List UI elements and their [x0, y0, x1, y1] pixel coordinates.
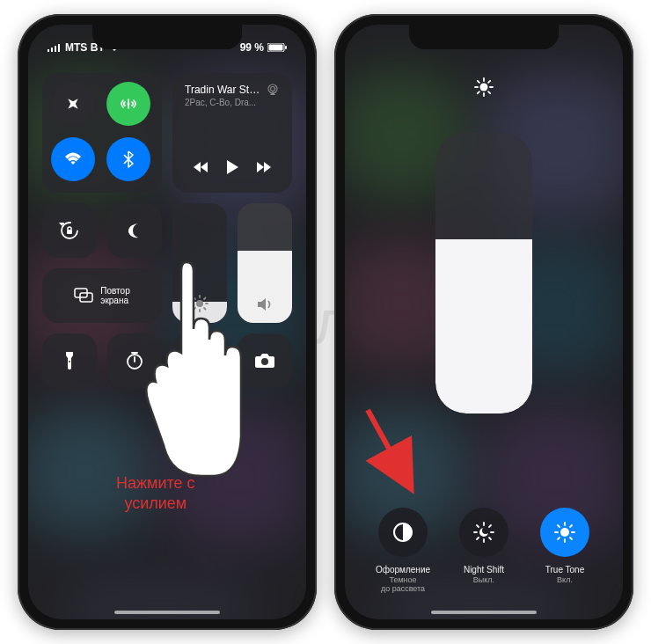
svg-line-53	[489, 525, 491, 527]
svg-line-42	[478, 91, 479, 93]
timer-button[interactable]	[107, 333, 162, 388]
music-tile[interactable]: Tradin War Stori... 2Pac, C-Bo, Dra...	[172, 73, 292, 193]
svg-line-20	[204, 308, 206, 310]
bluetooth-icon	[123, 150, 134, 168]
screen-mirror-icon	[74, 288, 93, 304]
appearance-label: Оформление	[376, 564, 430, 575]
svg-rect-3	[58, 44, 60, 52]
svg-point-34	[261, 358, 268, 365]
svg-point-7	[128, 103, 130, 106]
night-shift-sublabel: Выкл.	[464, 575, 504, 584]
wifi-button[interactable]	[51, 137, 95, 181]
svg-point-23	[69, 361, 70, 362]
control-center: Tradin War Stori... 2Pac, C-Bo, Dra...	[42, 73, 292, 399]
music-artist: 2Pac, C-Bo, Dra...	[185, 98, 264, 107]
calculator-icon	[190, 351, 209, 370]
volume-icon	[256, 296, 274, 312]
camera-icon	[254, 353, 275, 369]
svg-line-41	[488, 91, 490, 93]
svg-line-43	[488, 81, 490, 83]
appearance-button[interactable]	[378, 508, 428, 557]
prev-track-icon[interactable]	[192, 160, 211, 174]
big-brightness-fill	[435, 239, 532, 413]
connectivity-tile[interactable]	[42, 73, 162, 193]
svg-point-54	[482, 527, 489, 534]
svg-line-61	[570, 538, 572, 539]
svg-line-52	[477, 538, 479, 539]
brightness-panel: Оформление Темное до рассвета Night Shif…	[345, 25, 623, 619]
svg-line-51	[489, 538, 491, 539]
night-shift-label: Night Shift	[464, 564, 504, 575]
notch-right	[409, 25, 559, 49]
svg-line-21	[194, 308, 196, 310]
timer-icon	[125, 351, 144, 370]
phone-right: Оформление Темное до рассвета Night Shif…	[334, 14, 633, 630]
screen-left: MTS BY 99 %	[28, 25, 306, 619]
home-indicator-right	[431, 611, 537, 614]
svg-rect-2	[55, 46, 56, 52]
next-track-icon[interactable]	[253, 160, 273, 174]
svg-line-63	[570, 525, 572, 527]
bottom-controls: Оформление Темное до рассвета Night Shif…	[345, 508, 623, 593]
flashlight-button[interactable]	[42, 333, 97, 388]
calculator-button[interactable]	[172, 333, 227, 388]
svg-point-55	[560, 528, 569, 537]
cellular-button[interactable]	[106, 82, 150, 126]
airplay-icon[interactable]	[266, 84, 280, 96]
screen-right: Оформление Темное до рассвета Night Shif…	[345, 25, 623, 619]
svg-point-9	[271, 87, 275, 91]
music-title: Tradin War Stori...	[185, 84, 264, 96]
big-brightness-slider[interactable]	[435, 132, 532, 413]
home-indicator	[114, 611, 220, 614]
volume-slider[interactable]	[238, 203, 292, 323]
svg-rect-1	[51, 48, 53, 52]
signal-icon	[48, 43, 62, 52]
appearance-sublabel: Темное до рассвета	[376, 575, 430, 593]
svg-rect-6	[285, 46, 287, 49]
airplane-icon	[64, 95, 82, 113]
screen-mirror-label: Повтор экрана	[100, 286, 129, 305]
night-shift-icon	[472, 521, 495, 544]
true-tone-sublabel: Вкл.	[545, 575, 584, 584]
orientation-lock-icon	[59, 220, 80, 241]
svg-rect-0	[48, 49, 49, 52]
svg-line-50	[477, 525, 479, 527]
wifi-button-icon	[63, 151, 83, 167]
appearance-icon	[391, 521, 414, 544]
sun-top-icon	[474, 77, 494, 97]
orientation-lock-button[interactable]	[42, 203, 97, 258]
svg-point-14	[196, 300, 203, 307]
svg-rect-11	[67, 230, 72, 234]
camera-button[interactable]	[238, 333, 292, 388]
battery-label: 99 %	[240, 41, 264, 54]
notch	[92, 25, 242, 49]
flashlight-icon	[63, 351, 76, 370]
svg-line-62	[558, 538, 560, 539]
bluetooth-button[interactable]	[106, 137, 150, 181]
true-tone-button[interactable]	[540, 508, 589, 557]
dnd-button[interactable]	[107, 203, 162, 258]
brightness-slider[interactable]	[172, 203, 227, 323]
night-shift-button[interactable]	[459, 508, 508, 557]
play-icon[interactable]	[225, 159, 239, 175]
svg-point-35	[480, 84, 488, 91]
instruction-text: Нажмите с усилием	[116, 473, 195, 515]
svg-line-40	[478, 81, 479, 83]
svg-line-60	[558, 525, 560, 527]
airplane-button[interactable]	[51, 82, 95, 126]
battery-icon	[267, 43, 287, 52]
phone-left: MTS BY 99 %	[18, 14, 317, 630]
svg-line-19	[194, 298, 196, 300]
sun-icon	[191, 295, 208, 312]
screen-mirror-button[interactable]: Повтор экрана	[42, 268, 162, 323]
true-tone-icon	[553, 521, 576, 544]
svg-rect-5	[269, 45, 283, 51]
moon-icon	[126, 222, 143, 239]
true-tone-label: True Tone	[545, 564, 584, 575]
svg-line-22	[204, 298, 206, 300]
cellular-icon	[119, 94, 138, 113]
